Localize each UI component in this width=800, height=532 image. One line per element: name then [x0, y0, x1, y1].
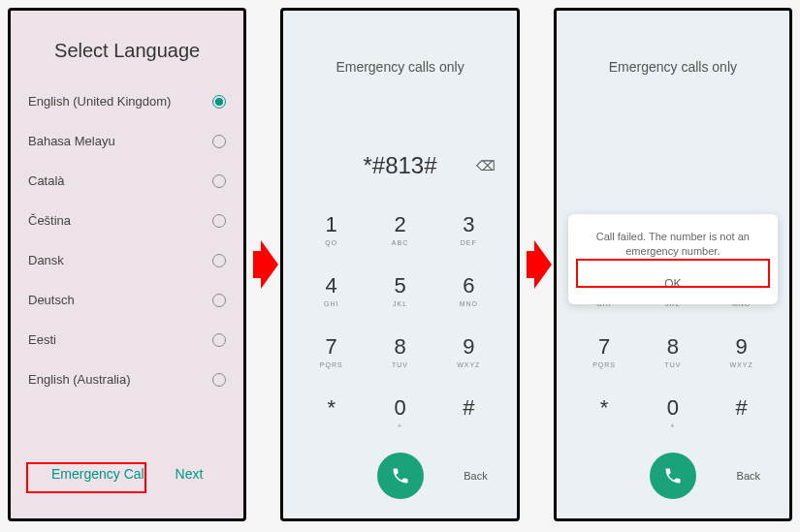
language-label: English (Australia)	[28, 372, 131, 387]
keypad-key-hash[interactable]: #	[707, 382, 776, 443]
keypad-key-hash[interactable]: #	[434, 382, 503, 443]
keypad-key-4[interactable]: 4GHI	[297, 260, 366, 321]
back-button[interactable]: Back	[464, 470, 487, 482]
language-item[interactable]: Eesti	[28, 320, 226, 360]
screen-dialer: Emergency calls only *#813# ⌫ 1QO 2ABC 3…	[280, 8, 519, 521]
language-item[interactable]: Deutsch	[28, 280, 226, 320]
keypad-key-0[interactable]: 0+	[366, 382, 434, 443]
keypad-key-5[interactable]: 5JKL	[366, 260, 434, 321]
language-label: Català	[28, 173, 65, 188]
highlight-box	[26, 462, 146, 493]
call-button[interactable]	[650, 453, 696, 499]
language-item[interactable]: English (United Kingdom)	[28, 81, 226, 121]
screen-dialer-error: Emergency calls only 4GHI 5JKL 6MNO 7PQR…	[554, 8, 792, 521]
keypad-key-9[interactable]: 9WXYZ	[434, 321, 503, 382]
keypad-key-1[interactable]: 1QO	[297, 199, 366, 260]
language-item[interactable]: Dansk	[28, 240, 226, 280]
call-button[interactable]	[377, 453, 424, 499]
keypad-key-7[interactable]: 7PQRS	[297, 321, 366, 382]
keypad-key-3[interactable]: 3DEF	[434, 199, 503, 260]
keypad-key-star[interactable]: *	[297, 382, 366, 443]
dialer-header: Emergency calls only	[557, 11, 789, 94]
language-label: Bahasa Melayu	[28, 134, 115, 148]
language-list: English (United Kingdom) Bahasa Melayu C…	[11, 81, 243, 399]
radio-selected-icon	[212, 95, 226, 109]
radio-icon	[212, 333, 226, 347]
language-label: Čeština	[28, 213, 71, 228]
language-label: Dansk	[28, 253, 64, 267]
page-title: Select Language	[11, 11, 243, 81]
radio-icon	[212, 174, 226, 188]
keypad-key-0[interactable]: 0+	[638, 382, 707, 443]
dialer-footer: Back	[283, 443, 516, 518]
back-button[interactable]: Back	[737, 470, 760, 482]
highlight-box	[576, 259, 770, 288]
keypad-key-star[interactable]: *	[570, 382, 639, 443]
backspace-icon[interactable]: ⌫	[476, 158, 496, 173]
language-label: Deutsch	[28, 293, 75, 307]
modal-message: Call failed. The number is not an emerge…	[580, 230, 766, 260]
keypad-key-2[interactable]: 2ABC	[366, 199, 434, 260]
language-item[interactable]: Català	[28, 161, 226, 201]
screen-select-language: Select Language English (United Kingdom)…	[8, 8, 246, 521]
language-item[interactable]: Bahasa Melayu	[28, 121, 226, 161]
dialed-number: *#813#	[363, 152, 436, 179]
radio-icon	[212, 135, 226, 148]
keypad-key-8[interactable]: 8TUV	[638, 321, 707, 382]
arrow-icon	[251, 240, 275, 289]
keypad-key-6[interactable]: 6MNO	[434, 260, 503, 321]
radio-icon	[212, 254, 226, 267]
language-label: English (United Kingdom)	[28, 94, 171, 109]
keypad: 1QO 2ABC 3DEF 4GHI 5JKL 6MNO 7PQRS 8TUV …	[283, 199, 516, 443]
dialer-footer: Back	[557, 443, 789, 518]
language-item[interactable]: Čeština	[28, 201, 226, 240]
phone-icon	[663, 466, 683, 485]
radio-icon	[212, 373, 226, 387]
language-item[interactable]: English (Australia)	[28, 360, 226, 399]
radio-icon	[212, 214, 226, 228]
phone-icon	[391, 466, 410, 485]
keypad-key-9[interactable]: 9WXYZ	[707, 321, 776, 382]
next-button[interactable]: Next	[164, 458, 215, 489]
language-label: Eesti	[28, 332, 56, 347]
dialer-header: Emergency calls only	[283, 11, 516, 94]
radio-icon	[212, 294, 226, 307]
error-modal: Call failed. The number is not an emerge…	[568, 214, 778, 304]
dialed-number-display: *#813# ⌫	[283, 133, 516, 199]
keypad-key-8[interactable]: 8TUV	[366, 321, 434, 382]
arrow-icon	[525, 240, 549, 289]
keypad-key-7[interactable]: 7PQRS	[570, 321, 639, 382]
